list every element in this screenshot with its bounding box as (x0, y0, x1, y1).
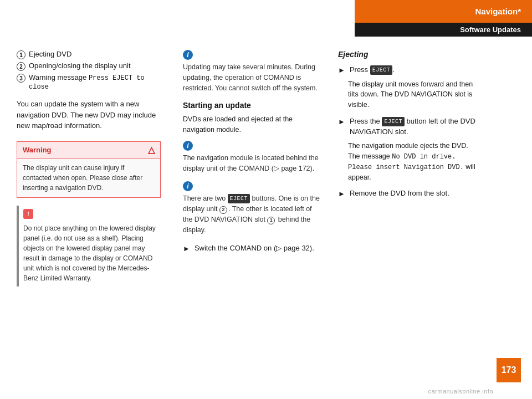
intro-text: You can update the system with a new nav… (17, 99, 161, 131)
left-column: 1 Ejecting DVD 2 Opening/closing the dis… (0, 50, 172, 399)
right-column: Ejecting ► Press EJECT. The display unit… (332, 50, 488, 399)
info-block-2: i The navigation module is located behin… (183, 141, 321, 174)
eject-badge-mid: EJECT (228, 194, 250, 203)
caution-text: Do not place anything on the lowered dis… (23, 224, 156, 282)
arrow-icon-3: ► (338, 188, 345, 200)
toc-item-1: 1 Ejecting DVD (17, 50, 161, 59)
toc-item-3: 3 Warning message Press EJECT to close (17, 73, 161, 91)
eject-step-3-text: Remove the DVD from the slot. (350, 188, 449, 199)
watermark: carmanualsonline.info (428, 388, 493, 395)
toc-label-1: Ejecting DVD (29, 50, 71, 58)
eject-step-1-text: Press EJECT. (350, 64, 395, 75)
caution-icon: ! (23, 209, 33, 219)
eject-step-2: ► Press the EJECT button left of the DVD… (338, 116, 477, 137)
eject-step-3: ► Remove the DVD from the slot. (338, 188, 477, 200)
circle-num-inline-1: 1 (267, 217, 275, 224)
eject-badge-2: EJECT (382, 117, 405, 126)
toc-monospace-3: Press EJECT to close (29, 74, 145, 91)
info-text-2: The navigation module is located behind … (183, 153, 321, 174)
nav-title: Navigation* (355, 0, 532, 23)
info-text-1: Updating may take several minutes. Durin… (183, 62, 321, 93)
circle-num-inline-2: 2 (219, 206, 227, 214)
eject-step-2-detail: The navigation module ejects the DVD. Th… (348, 141, 477, 183)
info-text-3: There are two EJECT buttons. One is on t… (183, 193, 321, 235)
eject-badge-1: EJECT (370, 65, 393, 75)
toc-item-2: 2 Opening/closing the display unit (17, 62, 161, 71)
warning-header: Warning △ (17, 142, 160, 158)
info-icon-3: i (183, 181, 193, 191)
starting-update-text: DVDs are loaded and ejected at the navig… (183, 114, 321, 135)
starting-update-heading: Starting an update (183, 101, 321, 110)
content-area: 1 Ejecting DVD 2 Opening/closing the dis… (0, 50, 532, 399)
warning-triangle-icon: △ (148, 145, 155, 155)
eject-monospace: No DVD in drive. Please insert Navigatio… (348, 153, 464, 171)
header: Navigation* Software Updates (355, 0, 532, 37)
toc-label-2: Opening/closing the display unit (29, 62, 131, 70)
warning-body: The display unit can cause injury if con… (17, 158, 160, 197)
arrow-icon-1: ► (338, 65, 345, 76)
eject-step-1-detail: The display unit moves forward and then … (348, 79, 477, 110)
eject-step-1: ► Press EJECT. (338, 64, 477, 76)
warning-title: Warning (23, 146, 52, 154)
switch-on-text: Switch the COMAND on (▷ page 32). (195, 243, 314, 254)
arrow-icon-2: ► (338, 116, 345, 127)
switch-on-item: ► Switch the COMAND on (▷ page 32). (183, 243, 321, 254)
circle-num-2: 2 (17, 62, 25, 71)
info-block-1: i Updating may take several minutes. Dur… (183, 50, 321, 93)
info-block-3: i There are two EJECT buttons. One is on… (183, 181, 321, 235)
page-number: 173 (497, 358, 521, 382)
eject-step-2-text: Press the EJECT button left of the DVD N… (350, 116, 477, 137)
ejecting-title: Ejecting (338, 50, 477, 59)
arrow-icon-switch: ► (183, 243, 190, 254)
toc-label-3: Warning message Press EJECT to close (29, 73, 161, 91)
caution-box: ! Do not place anything on the lowered d… (17, 206, 161, 287)
section-title: Software Updates (355, 23, 532, 37)
info-icon-1: i (183, 50, 193, 60)
info-icon-2: i (183, 141, 193, 151)
circle-num-3: 3 (17, 74, 25, 83)
middle-column: i Updating may take several minutes. Dur… (172, 50, 332, 399)
warning-box: Warning △ The display unit can cause inj… (17, 141, 161, 198)
circle-num-1: 1 (17, 50, 25, 59)
